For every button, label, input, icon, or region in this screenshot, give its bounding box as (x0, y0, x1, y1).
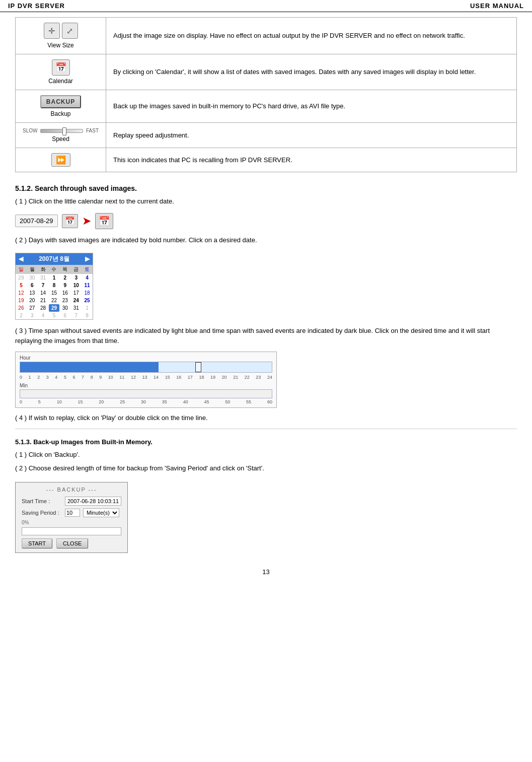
tick: 22 (245, 375, 250, 380)
tick: 40 (183, 399, 188, 404)
start-button[interactable]: START (22, 538, 52, 548)
cal-day-cell[interactable]: 2 (16, 312, 27, 319)
hour-ticks: 0 1 2 3 4 5 6 7 8 9 10 11 12 13 14 15 16… (20, 375, 272, 380)
small-calendar-icon-2: 📅 (95, 213, 113, 229)
cal-today-cell[interactable]: 29 (49, 304, 60, 312)
cal-day-cell[interactable]: 29 (16, 274, 27, 282)
tick: 55 (246, 399, 251, 404)
cal-day-cell[interactable]: 24 (70, 297, 82, 304)
step-512-2: ( 2 ) Days with saved images are indicat… (15, 235, 517, 246)
cal-day-cell[interactable]: 23 (59, 297, 70, 304)
cal-day-cell[interactable]: 9 (59, 282, 70, 289)
tick: 10 (108, 375, 113, 380)
main-content: ✛ ⤢ View Size Adjust the image size on d… (0, 12, 532, 591)
cal-day-cell[interactable]: 30 (59, 304, 70, 312)
tick: 19 (210, 375, 215, 380)
saving-period-input[interactable] (65, 509, 80, 517)
cal-day-fri: 금 (70, 266, 82, 273)
cal-day-cell[interactable]: 20 (27, 297, 38, 304)
backup-dialog-title: --- BACKUP --- (22, 487, 121, 493)
timeline-widget: Hour 0 1 2 3 4 5 6 7 8 9 10 11 12 13 14 … (15, 352, 277, 408)
step-512-1: ( 1 ) Click on the little calendar next … (15, 196, 517, 207)
tick: 7 (82, 375, 84, 380)
cal-day-tue: 화 (38, 266, 49, 273)
tick: 9 (99, 375, 102, 380)
calendar-icon: 📅 (52, 59, 70, 76)
cal-day-cell[interactable]: 19 (16, 297, 27, 304)
cal-day-cell[interactable]: 25 (82, 297, 93, 304)
cal-day-cell[interactable]: 12 (16, 289, 27, 297)
hour-bar[interactable] (20, 362, 272, 373)
step-512-4: ( 4 ) If wish to replay, click on 'Play'… (15, 413, 517, 424)
cal-day-cell[interactable]: 27 (27, 304, 38, 312)
cal-day-cell[interactable]: 31 (38, 274, 49, 282)
progress-label: 0% (22, 520, 121, 525)
table-row-backup: BACKUP Backup Back up the images saved i… (16, 90, 517, 123)
cal-day-cell[interactable]: 14 (38, 289, 49, 297)
cal-day-cell[interactable]: 10 (70, 282, 82, 289)
cal-grid: 29 30 31 1 2 3 4 5 6 7 8 9 10 11 12 13 1… (16, 274, 93, 319)
hour-filled-bar (20, 362, 159, 372)
cal-day-cell[interactable]: 1 (49, 274, 60, 282)
arrow-icon: ➤ (82, 215, 91, 228)
tick: 15 (165, 375, 170, 380)
cal-day-cell[interactable]: 5 (49, 312, 60, 319)
calendar-desc: By clicking on 'Calendar', it will show … (106, 54, 517, 90)
cal-day-cell[interactable]: 4 (82, 274, 93, 282)
tick: 16 (176, 375, 181, 380)
cal-day-cell[interactable]: 22 (49, 297, 60, 304)
cal-day-cell[interactable]: 4 (38, 312, 49, 319)
tick: 10 (57, 399, 62, 404)
tick: 25 (120, 399, 125, 404)
tick: 45 (204, 399, 209, 404)
cal-next-btn[interactable]: ▶ (85, 255, 90, 262)
cal-day-cell[interactable]: 2 (59, 274, 70, 282)
cal-day-cell[interactable]: 7 (38, 282, 49, 289)
cal-day-cell[interactable]: 30 (27, 274, 38, 282)
cal-day-cell[interactable]: 17 (70, 289, 82, 297)
cal-day-cell[interactable]: 7 (70, 312, 82, 319)
cal-day-cell[interactable]: 21 (38, 297, 49, 304)
saving-period-unit-select[interactable]: Minute(s) (83, 508, 119, 517)
cal-day-cell[interactable]: 5 (16, 282, 27, 289)
cal-day-cell[interactable]: 1 (82, 304, 93, 312)
cal-day-cell[interactable]: 3 (70, 274, 82, 282)
calendar-widget: ◀ 2007년 8월 ▶ 일 월 화 수 목 금 토 29 30 31 1 2 … (15, 253, 93, 320)
start-time-label: Start Time : (22, 498, 62, 504)
start-time-value: 2007-06-28 10:03:11 (65, 497, 121, 506)
saving-period-label: Saving Period : (22, 510, 62, 516)
cal-day-cell[interactable]: 16 (59, 289, 70, 297)
cal-day-cell[interactable]: 11 (82, 282, 93, 289)
cal-day-cell[interactable]: 6 (27, 282, 38, 289)
cal-day-wed: 수 (49, 266, 60, 273)
cal-day-cell[interactable]: 31 (70, 304, 82, 312)
close-button[interactable]: CLOSE (56, 538, 88, 548)
progress-bar-container (22, 527, 121, 535)
cal-day-cell[interactable]: 6 (59, 312, 70, 319)
table-row-view-size: ✛ ⤢ View Size Adjust the image size on d… (16, 18, 517, 54)
cal-day-cell[interactable]: 15 (49, 289, 60, 297)
cal-day-cell[interactable]: 26 (16, 304, 27, 312)
cal-day-cell[interactable]: 8 (49, 282, 60, 289)
speed-fast-label: FAST (86, 128, 99, 133)
min-bar[interactable] (20, 389, 272, 398)
tick: 20 (99, 399, 104, 404)
cal-day-mon: 월 (27, 266, 38, 273)
speed-track (40, 129, 83, 133)
hour-selector[interactable] (195, 362, 201, 372)
tick: 30 (141, 399, 146, 404)
forward-icon: ⏩ (51, 153, 70, 167)
app-title: IP DVR SERVER (8, 2, 65, 10)
speed-thumb (62, 127, 66, 135)
cal-day-cell[interactable]: 3 (27, 312, 38, 319)
cal-day-cell[interactable]: 13 (27, 289, 38, 297)
cal-prev-btn[interactable]: ◀ (19, 255, 23, 262)
page-number: 13 (15, 568, 517, 581)
tick: 8 (91, 375, 93, 380)
cal-day-cell[interactable]: 18 (82, 289, 93, 297)
cal-header: ◀ 2007년 8월 ▶ (16, 253, 93, 265)
saving-period-row: Saving Period : Minute(s) (22, 508, 121, 517)
cal-day-cell[interactable]: 28 (38, 304, 49, 312)
tick: 50 (225, 399, 230, 404)
cal-day-cell[interactable]: 8 (82, 312, 93, 319)
